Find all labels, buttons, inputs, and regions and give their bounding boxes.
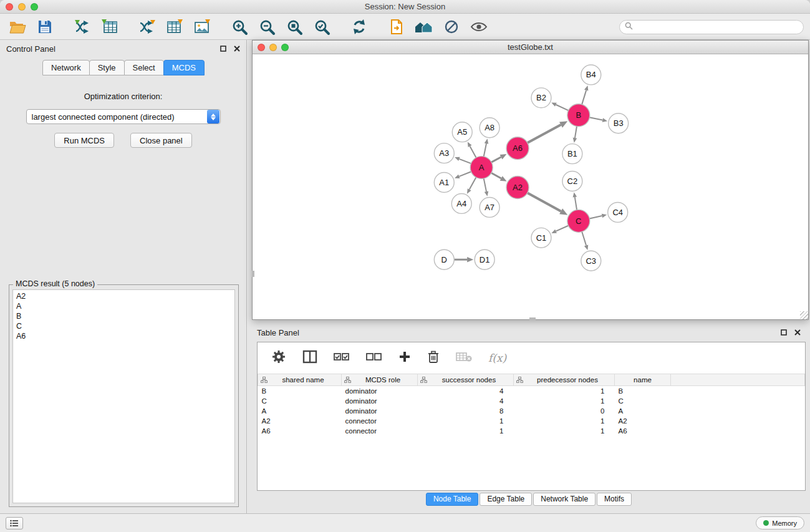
- table-cell[interactable]: 1: [514, 396, 615, 406]
- table-close-panel-icon[interactable]: [794, 328, 801, 337]
- network-edge-B-B1[interactable]: [575, 126, 577, 138]
- home-view-icon[interactable]: [413, 17, 435, 37]
- network-edge-C-C4[interactable]: [589, 216, 602, 218]
- table-cell[interactable]: A2: [615, 416, 671, 426]
- zoom-selected-icon[interactable]: [311, 17, 333, 37]
- import-table-icon[interactable]: [99, 17, 121, 37]
- float-panel-icon[interactable]: [220, 44, 226, 54]
- tab-node-table[interactable]: Node Table: [426, 493, 479, 506]
- close-window-icon[interactable]: [6, 3, 13, 11]
- network-canvas[interactable]: B4B2BB3A5A8A6A3B1AC2A1A2A4A7C4CC1DD1C3: [253, 55, 808, 319]
- select-all-rows-icon[interactable]: [334, 351, 350, 365]
- column-header-mcds-role[interactable]: MCDS role: [342, 374, 418, 386]
- table-cell[interactable]: C: [615, 396, 671, 406]
- network-node-B3[interactable]: B3: [609, 114, 629, 133]
- network-node-A[interactable]: A: [470, 157, 493, 179]
- table-cell[interactable]: 0: [514, 406, 615, 416]
- network-node-B[interactable]: B: [567, 104, 590, 127]
- close-panel-icon[interactable]: [234, 44, 240, 54]
- table-cell[interactable]: A6: [615, 426, 671, 436]
- table-cell[interactable]: 4: [418, 396, 514, 406]
- mcds-result-item[interactable]: A2: [16, 291, 231, 301]
- table-cell[interactable]: B: [258, 386, 342, 396]
- criterion-dropdown[interactable]: largest connected component (directed): [26, 109, 221, 124]
- network-node-B1[interactable]: B1: [562, 144, 582, 164]
- table-row[interactable]: Bdominator41B: [258, 386, 805, 396]
- network-node-A6[interactable]: A6: [506, 137, 529, 160]
- table-cell[interactable]: 1: [514, 426, 615, 436]
- mcds-result-item[interactable]: A: [16, 301, 231, 311]
- network-zoom-icon[interactable]: [281, 44, 289, 51]
- table-cell[interactable]: 4: [418, 386, 514, 396]
- import-network-icon[interactable]: [71, 17, 94, 37]
- network-node-D[interactable]: D: [434, 249, 454, 269]
- mcds-result-item[interactable]: C: [16, 321, 231, 331]
- network-edge-A-A1[interactable]: [459, 172, 471, 177]
- first-view-document-icon[interactable]: [385, 17, 408, 37]
- network-node-C3[interactable]: C3: [581, 251, 601, 271]
- network-edge-C-C1[interactable]: [556, 226, 569, 231]
- network-node-C2[interactable]: C2: [562, 172, 582, 191]
- minimize-window-icon[interactable]: [18, 3, 26, 11]
- table-cell[interactable]: connector: [342, 426, 418, 436]
- tab-mcds[interactable]: MCDS: [163, 60, 205, 75]
- table-cell[interactable]: dominator: [342, 386, 418, 396]
- network-node-A7[interactable]: A7: [480, 197, 499, 217]
- table-cell[interactable]: A: [615, 406, 671, 416]
- table-cell[interactable]: 1: [418, 426, 514, 436]
- network-edge-A-A8[interactable]: [484, 143, 486, 157]
- network-edge-C-C3[interactable]: [582, 232, 586, 246]
- tab-edge-table[interactable]: Edge Table: [480, 493, 532, 506]
- show-hide-eye-icon[interactable]: [468, 17, 490, 37]
- table-cell[interactable]: A6: [258, 426, 342, 436]
- export-image-icon[interactable]: [191, 17, 213, 37]
- zoom-out-icon[interactable]: [256, 17, 278, 37]
- network-node-B2[interactable]: B2: [531, 88, 551, 108]
- table-cell[interactable]: dominator: [342, 406, 418, 416]
- table-cell[interactable]: A2: [258, 416, 342, 426]
- zoom-window-icon[interactable]: [31, 3, 38, 11]
- close-panel-button[interactable]: Close panel: [130, 133, 192, 148]
- open-session-icon[interactable]: [6, 17, 29, 37]
- table-row[interactable]: Adominator80A: [258, 406, 805, 416]
- table-cell[interactable]: B: [615, 386, 671, 396]
- resize-handle-bottom[interactable]: [529, 317, 536, 320]
- network-node-C[interactable]: C: [567, 210, 590, 232]
- network-node-B4[interactable]: B4: [581, 65, 601, 85]
- network-edge-A-A4[interactable]: [470, 177, 476, 190]
- network-node-A5[interactable]: A5: [452, 122, 472, 142]
- table-cell[interactable]: 1: [514, 386, 615, 396]
- graphics-details-icon[interactable]: [440, 17, 463, 37]
- delete-column-icon[interactable]: [427, 350, 440, 366]
- deselect-all-rows-icon[interactable]: [366, 351, 382, 365]
- table-row[interactable]: A6connector11A6: [258, 426, 805, 436]
- network-node-A3[interactable]: A3: [434, 143, 454, 163]
- table-cell[interactable]: 8: [418, 406, 514, 416]
- network-node-A4[interactable]: A4: [451, 193, 471, 213]
- network-edge-B-B3[interactable]: [589, 117, 602, 120]
- network-edge-A-A7[interactable]: [484, 178, 486, 191]
- refresh-icon[interactable]: [348, 17, 370, 37]
- tab-motifs[interactable]: Motifs: [597, 493, 632, 506]
- tab-select[interactable]: Select: [124, 60, 164, 75]
- resize-grip-icon[interactable]: [800, 311, 808, 319]
- network-node-C4[interactable]: C4: [608, 202, 628, 222]
- tab-network[interactable]: Network: [42, 60, 90, 75]
- function-builder-icon[interactable]: f(x): [488, 352, 506, 364]
- search-input[interactable]: [636, 22, 798, 31]
- table-cell[interactable]: dominator: [342, 396, 418, 406]
- network-edge-A-A5[interactable]: [470, 146, 476, 157]
- network-node-A8[interactable]: A8: [480, 118, 499, 138]
- table-row[interactable]: Cdominator41C: [258, 396, 805, 406]
- column-header-name[interactable]: name: [615, 374, 671, 386]
- network-node-C1[interactable]: C1: [531, 228, 551, 248]
- column-header-predecessor-nodes[interactable]: predecessor nodes: [514, 374, 615, 386]
- network-minimize-icon[interactable]: [269, 44, 277, 51]
- network-edge-B-B4[interactable]: [582, 90, 586, 105]
- log-console-button[interactable]: [6, 517, 23, 530]
- mcds-result-item[interactable]: B: [16, 311, 231, 321]
- resize-handle-left[interactable]: [252, 271, 254, 277]
- column-visibility-icon[interactable]: [302, 350, 317, 366]
- mcds-result-item[interactable]: A6: [16, 331, 231, 341]
- mcds-result-list[interactable]: A2ABCA6: [12, 289, 235, 503]
